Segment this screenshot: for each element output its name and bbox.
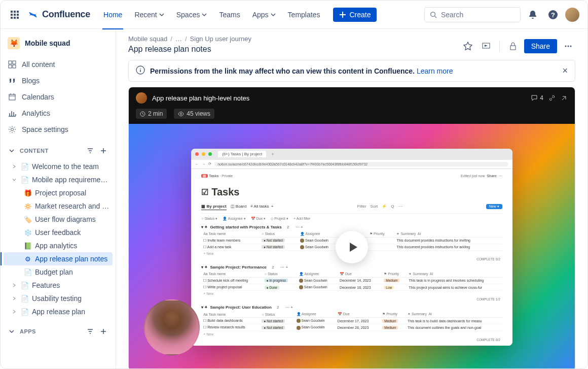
nav-home[interactable]: Home [98, 9, 127, 21]
emoji-icon: ❄️ [24, 228, 32, 237]
star-icon[interactable] [461, 39, 475, 53]
external-link-icon[interactable] [561, 94, 568, 102]
app-switcher-icon[interactable] [9, 9, 21, 21]
tree-item-label: Project proposal [35, 189, 109, 197]
nav-templates[interactable]: Templates [283, 9, 325, 21]
svg-rect-5 [17, 14, 19, 16]
plus-icon[interactable] [98, 146, 108, 156]
tree-item-budget[interactable]: 📄Budget plan [4, 265, 113, 279]
user-avatar[interactable] [565, 8, 579, 22]
tree-item-label: Market research and co… [35, 202, 109, 210]
tree-item-label: Mobile app requirements [32, 176, 109, 184]
tree-item-feedback[interactable]: ❄️User feedback [4, 226, 113, 239]
tree-item-welcome[interactable]: 📄Welcome to the team [4, 160, 113, 173]
tree-item-analytics[interactable]: 📗App analytics [4, 239, 113, 252]
sidebar-item-analytics[interactable]: Analytics [4, 105, 113, 121]
page-icon: 📄 [21, 162, 29, 171]
chevron-right-icon[interactable] [11, 163, 18, 170]
comments-icon[interactable]: 4 [531, 94, 543, 102]
table-row: ☐ Write project proposal● DoneSean Goodw… [201, 284, 502, 291]
video-embed: App release plan high-level notes 4 2 mi… [128, 87, 575, 369]
plus-icon [339, 11, 346, 18]
video-views: 45 views [174, 109, 214, 119]
svg-point-17 [11, 128, 14, 131]
help-icon[interactable]: ? [545, 7, 561, 23]
svg-rect-2 [17, 11, 19, 13]
logo-text: Confluence [42, 9, 90, 20]
tree-item-userflow[interactable]: 🏷️User flow diagrams [4, 213, 113, 226]
filter-icon[interactable] [85, 146, 95, 156]
notion-new-button: New ▾ [486, 204, 502, 209]
tree-item-release-plan[interactable]: 📄App release plan [4, 305, 113, 318]
tree-item-usability[interactable]: 📄Usability testing [4, 292, 113, 305]
page-icon: 📄 [21, 294, 29, 303]
presentation-icon[interactable] [479, 39, 493, 53]
nav-home-label: Home [103, 11, 122, 19]
sidebar-item-space-settings[interactable]: Space settings [4, 121, 113, 138]
video-body: (8+) Tasks | By project + ← → ⟳ notion.s… [129, 124, 575, 369]
confluence-logo[interactable]: Confluence [27, 9, 90, 21]
space-name: Mobile squad [25, 39, 70, 47]
notion-group-header: ▾ ✦ Getting started with Projects & Task… [201, 225, 502, 229]
chevron-down-icon[interactable] [11, 176, 18, 183]
svg-rect-14 [9, 65, 12, 68]
svg-rect-8 [17, 17, 19, 19]
search-input[interactable] [424, 7, 521, 22]
sidebar-item-all-content[interactable]: All content [4, 56, 113, 73]
plus-icon[interactable] [98, 326, 108, 337]
breadcrumb-ellipsis[interactable]: … [175, 35, 182, 43]
space-header[interactable]: 🦊 Mobile squad [4, 34, 113, 52]
video-duration: 2 min [136, 109, 167, 119]
clock-icon [140, 111, 145, 117]
nav-apps[interactable]: Apps [247, 9, 281, 21]
tree-item-features[interactable]: 📄Features [4, 279, 113, 292]
close-icon[interactable]: × [562, 65, 568, 76]
play-button[interactable] [336, 231, 368, 263]
tree-item-label: Budget plan [35, 268, 109, 276]
breadcrumb-leaf[interactable]: Sign Up user journey [190, 35, 251, 43]
tree-item-label: Welcome to the team [32, 162, 109, 171]
breadcrumb: Mobile squad / … / Sign Up user journey [128, 35, 455, 43]
tree-item-requirements[interactable]: 📄Mobile app requirements [4, 173, 113, 186]
create-button[interactable]: Create [333, 8, 377, 22]
svg-point-25 [180, 113, 182, 115]
nav-spaces[interactable]: Spaces [171, 9, 212, 21]
video-author-avatar [136, 92, 147, 104]
notion-filter: Filter [357, 204, 366, 209]
page-icon: 📄 [21, 281, 29, 289]
share-button[interactable]: Share [524, 39, 557, 53]
chevron-right-icon[interactable] [11, 295, 18, 302]
tree-item-label: User flow diagrams [35, 215, 109, 223]
emoji-icon: ⚙ [24, 255, 32, 263]
svg-rect-4 [14, 14, 16, 16]
nav-teams[interactable]: Teams [214, 9, 245, 21]
tree-item-market[interactable]: 🔅Market research and co… [4, 199, 113, 213]
tree-item-label: App release plan [32, 308, 109, 316]
play-icon [347, 241, 359, 253]
nav-recent[interactable]: Recent [129, 9, 169, 21]
table-row: ☐ Build data dashboards● Not startedSean… [201, 318, 502, 324]
eye-icon [178, 111, 184, 117]
link-icon[interactable] [548, 94, 556, 102]
duration-text: 2 min [148, 110, 163, 117]
filter-icon[interactable] [85, 326, 95, 337]
more-icon[interactable] [561, 39, 575, 53]
banner-learn-more-link[interactable]: Learn more [417, 67, 453, 75]
chevron-right-icon[interactable] [11, 282, 18, 289]
info-icon [136, 65, 145, 76]
tree-item-release-notes[interactable]: ⚙App release plan notes [4, 252, 113, 265]
page-icon: 📄 [21, 308, 29, 316]
notifications-icon[interactable] [525, 7, 541, 23]
sidebar-item-blogs[interactable]: Blogs [4, 73, 113, 89]
chevron-right-icon[interactable] [11, 308, 18, 315]
nav-recent-label: Recent [134, 11, 157, 19]
tree-item-proposal[interactable]: 🎁Project proposal [4, 186, 113, 199]
chevron-down-icon[interactable] [8, 147, 16, 155]
sidebar-item-calendars[interactable]: Calendars [4, 89, 113, 105]
search-field[interactable] [441, 11, 515, 19]
table-row: ☐ Review research results● Not startedSe… [201, 324, 502, 331]
window-min-icon [202, 152, 205, 156]
breadcrumb-space[interactable]: Mobile squad [128, 35, 167, 43]
lock-icon[interactable] [506, 39, 520, 53]
chevron-down-icon[interactable] [8, 327, 16, 336]
